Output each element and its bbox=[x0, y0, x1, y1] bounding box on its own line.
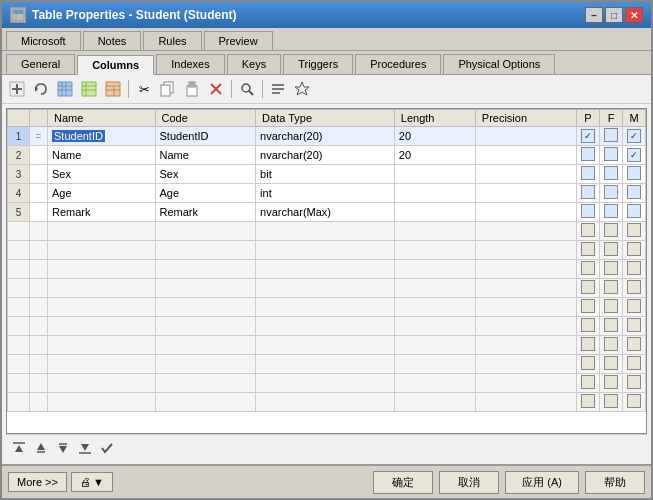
cell-length[interactable]: 20 bbox=[394, 146, 475, 165]
minimize-button[interactable]: – bbox=[585, 7, 603, 23]
main-window: Table Properties - Student (Student) – □… bbox=[0, 0, 653, 500]
move-up-btn[interactable] bbox=[32, 439, 50, 457]
data-table-container[interactable]: Name Code Data Type Length Precision P F… bbox=[6, 108, 647, 434]
move-bottom-btn[interactable] bbox=[76, 439, 94, 457]
delete-btn[interactable] bbox=[205, 78, 227, 100]
move-top-btn[interactable] bbox=[10, 439, 28, 457]
empty-table-row bbox=[8, 374, 646, 393]
tab-rules[interactable]: Rules bbox=[143, 31, 201, 50]
tab-row-2: General Columns Indexes Keys Triggers Pr… bbox=[2, 51, 651, 75]
format-btn[interactable] bbox=[267, 78, 289, 100]
help-button[interactable]: 帮助 bbox=[585, 471, 645, 494]
col-header-precision[interactable]: Precision bbox=[475, 110, 576, 127]
cell-code[interactable]: Remark bbox=[155, 203, 256, 222]
empty-table-row bbox=[8, 260, 646, 279]
find-btn[interactable] bbox=[236, 78, 258, 100]
col-header-datatype[interactable]: Data Type bbox=[256, 110, 395, 127]
cell-name[interactable]: StudentID bbox=[48, 127, 156, 146]
cell-datatype[interactable]: nvarchar(20) bbox=[256, 146, 395, 165]
table-btn2[interactable] bbox=[78, 78, 100, 100]
tab-triggers[interactable]: Triggers bbox=[283, 54, 353, 74]
cell-mandatory[interactable] bbox=[623, 184, 646, 203]
cell-foreign-key[interactable] bbox=[600, 184, 623, 203]
col-header-name[interactable]: Name bbox=[48, 110, 156, 127]
cell-foreign-key[interactable] bbox=[600, 203, 623, 222]
settings-btn[interactable] bbox=[291, 78, 313, 100]
col-header-length[interactable]: Length bbox=[394, 110, 475, 127]
cell-length[interactable] bbox=[394, 203, 475, 222]
table-row[interactable]: 1=StudentIDStudentIDnvarchar(20)20 bbox=[8, 127, 646, 146]
cell-precision[interactable] bbox=[475, 165, 576, 184]
cell-precision[interactable] bbox=[475, 127, 576, 146]
table-row[interactable]: 4AgeAgeint bbox=[8, 184, 646, 203]
svg-marker-43 bbox=[81, 444, 89, 451]
tab-keys[interactable]: Keys bbox=[227, 54, 281, 74]
cell-name[interactable]: Name bbox=[48, 146, 156, 165]
table-btn1[interactable] bbox=[54, 78, 76, 100]
tab-procedures[interactable]: Procedures bbox=[355, 54, 441, 74]
cell-precision[interactable] bbox=[475, 146, 576, 165]
cell-mandatory[interactable] bbox=[623, 127, 646, 146]
empty-table-row bbox=[8, 317, 646, 336]
cell-code[interactable]: Name bbox=[155, 146, 256, 165]
cell-foreign-key[interactable] bbox=[600, 127, 623, 146]
move-down-btn[interactable] bbox=[54, 439, 72, 457]
cell-mandatory[interactable] bbox=[623, 203, 646, 222]
table-row[interactable]: 3SexSexbit bbox=[8, 165, 646, 184]
tab-preview[interactable]: Preview bbox=[204, 31, 273, 50]
cell-primary-key[interactable] bbox=[577, 184, 600, 203]
print-button[interactable]: 🖨 ▼ bbox=[71, 472, 113, 492]
cell-name[interactable]: Remark bbox=[48, 203, 156, 222]
copy-btn[interactable] bbox=[157, 78, 179, 100]
cell-primary-key[interactable] bbox=[577, 146, 600, 165]
tab-microsoft[interactable]: Microsoft bbox=[6, 31, 81, 50]
check-btn[interactable] bbox=[98, 439, 116, 457]
cell-name[interactable]: Sex bbox=[48, 165, 156, 184]
cell-code[interactable]: StudentID bbox=[155, 127, 256, 146]
cell-name[interactable]: Age bbox=[48, 184, 156, 203]
cell-datatype[interactable]: nvarchar(20) bbox=[256, 127, 395, 146]
cut-btn[interactable]: ✂ bbox=[133, 78, 155, 100]
tab-row-1: Microsoft Notes Rules Preview bbox=[2, 28, 651, 51]
tab-general[interactable]: General bbox=[6, 54, 75, 74]
cell-length[interactable] bbox=[394, 184, 475, 203]
cell-code[interactable]: Age bbox=[155, 184, 256, 203]
tab-indexes[interactable]: Indexes bbox=[156, 54, 225, 74]
cell-foreign-key[interactable] bbox=[600, 146, 623, 165]
cell-datatype[interactable]: nvarchar(Max) bbox=[256, 203, 395, 222]
cell-mandatory[interactable] bbox=[623, 146, 646, 165]
cell-primary-key[interactable] bbox=[577, 127, 600, 146]
table-row[interactable]: 5RemarkRemarknvarchar(Max) bbox=[8, 203, 646, 222]
cell-mandatory[interactable] bbox=[623, 165, 646, 184]
cell-precision[interactable] bbox=[475, 184, 576, 203]
new-row-btn[interactable] bbox=[6, 78, 28, 100]
cell-primary-key[interactable] bbox=[577, 165, 600, 184]
cell-foreign-key[interactable] bbox=[600, 165, 623, 184]
col-header-code[interactable]: Code bbox=[155, 110, 256, 127]
cell-datatype[interactable]: bit bbox=[256, 165, 395, 184]
cell-length[interactable]: 20 bbox=[394, 127, 475, 146]
more-button[interactable]: More >> bbox=[8, 472, 67, 492]
svg-rect-1 bbox=[13, 10, 23, 14]
table-row[interactable]: 2NameNamenvarchar(20)20 bbox=[8, 146, 646, 165]
table-btn3[interactable] bbox=[102, 78, 124, 100]
col-header-p[interactable]: P bbox=[577, 110, 600, 127]
col-header-m[interactable]: M bbox=[623, 110, 646, 127]
cell-precision[interactable] bbox=[475, 203, 576, 222]
confirm-button[interactable]: 确定 bbox=[373, 471, 433, 494]
cell-primary-key[interactable] bbox=[577, 203, 600, 222]
empty-table-row bbox=[8, 298, 646, 317]
cell-length[interactable] bbox=[394, 165, 475, 184]
restore-button[interactable]: □ bbox=[605, 7, 623, 23]
tab-columns[interactable]: Columns bbox=[77, 55, 154, 75]
close-button[interactable]: ✕ bbox=[625, 7, 643, 23]
paste-btn[interactable] bbox=[181, 78, 203, 100]
tab-notes[interactable]: Notes bbox=[83, 31, 142, 50]
cancel-button[interactable]: 取消 bbox=[439, 471, 499, 494]
tab-physical-options[interactable]: Physical Options bbox=[443, 54, 555, 74]
cell-code[interactable]: Sex bbox=[155, 165, 256, 184]
undo-btn[interactable] bbox=[30, 78, 52, 100]
col-header-f[interactable]: F bbox=[600, 110, 623, 127]
cell-datatype[interactable]: int bbox=[256, 184, 395, 203]
apply-button[interactable]: 应用 (A) bbox=[505, 471, 579, 494]
